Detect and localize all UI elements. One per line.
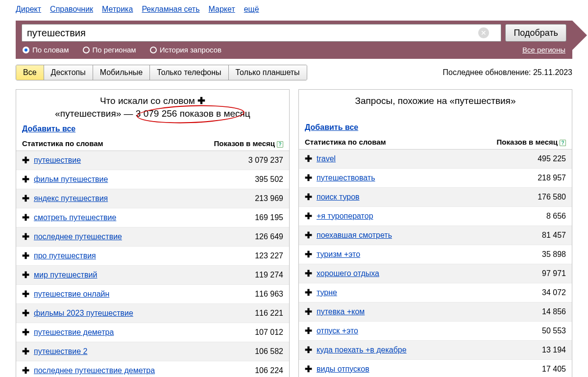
table-row: ✚последнее путешествие126 649: [16, 227, 289, 247]
clear-icon[interactable]: ✕: [478, 27, 489, 38]
add-icon[interactable]: ✚: [22, 231, 34, 242]
keyword-link[interactable]: travel: [317, 154, 336, 163]
topnav-link[interactable]: Директ: [16, 5, 41, 13]
table-row: ✚смотреть путешествие169 195: [16, 208, 289, 227]
impressions-value: 97 971: [542, 269, 566, 278]
table-row: ✚турне34 072: [299, 283, 572, 302]
keyword-link[interactable]: +я туроператор: [317, 212, 373, 221]
impressions-value: 395 502: [255, 175, 283, 184]
keyword-link[interactable]: путешествие деметра: [34, 328, 114, 337]
add-icon[interactable]: ✚: [305, 173, 317, 183]
right-panel: Запросы, похожие на «путешествия» Добави…: [298, 89, 572, 377]
regions-link[interactable]: Все регионы: [522, 46, 565, 54]
keyword-link[interactable]: яндекс путешествия: [34, 194, 108, 203]
device-tab[interactable]: Мобильные: [93, 65, 150, 80]
table-row: ✚туризм +это35 898: [299, 245, 572, 264]
add-icon[interactable]: ✚: [22, 365, 34, 376]
search-type-radio[interactable]: По словам: [23, 46, 69, 54]
impressions-value: 106 582: [255, 347, 283, 356]
add-icon[interactable]: ✚: [22, 251, 34, 261]
keyword-link[interactable]: путевка +ком: [317, 307, 365, 316]
impressions-value: 495 225: [538, 154, 566, 163]
device-tab[interactable]: Десктопы: [44, 65, 93, 80]
topnav-link[interactable]: Маркет: [209, 5, 235, 13]
impressions-value: 14 856: [542, 307, 566, 316]
device-tab[interactable]: Все: [16, 65, 44, 80]
add-icon[interactable]: ✚: [305, 153, 317, 164]
keyword-link[interactable]: мир путешествий: [34, 271, 97, 279]
keyword-link[interactable]: отпуск +это: [317, 327, 358, 335]
table-row: ✚отпуск +это50 553: [299, 322, 572, 341]
radio-label: По регионам: [93, 46, 136, 54]
keyword-link[interactable]: путешествие онлайн: [34, 290, 109, 299]
topnav-link[interactable]: Рекламная сеть: [142, 5, 199, 13]
device-tab[interactable]: Только планшеты: [229, 65, 307, 80]
topnav-link[interactable]: Справочник: [50, 5, 93, 13]
table-row: ✚travel495 225: [299, 150, 572, 169]
keyword-link[interactable]: хорошего отдыха: [317, 269, 379, 278]
keyword-link[interactable]: последнее путешествие: [34, 232, 122, 241]
impressions-value: 50 553: [542, 327, 566, 335]
topnav-link[interactable]: ещё: [244, 5, 259, 13]
add-icon[interactable]: ✚: [22, 289, 34, 300]
add-icon[interactable]: ✚: [22, 155, 34, 166]
keyword-link[interactable]: туризм +это: [317, 250, 360, 259]
table-row: ✚путешествие деметра107 012: [16, 323, 289, 342]
add-icon[interactable]: ✚: [22, 308, 34, 319]
keyword-link[interactable]: путешествовать: [317, 174, 375, 182]
add-icon[interactable]: ✚: [305, 211, 317, 222]
keyword-link[interactable]: виды отпусков: [317, 365, 369, 374]
keyword-link[interactable]: путешествие 2: [34, 347, 87, 356]
table-row: ✚путешествие3 079 237: [16, 151, 289, 170]
add-icon[interactable]: ✚: [305, 326, 317, 336]
add-icon[interactable]: ✚: [22, 346, 34, 357]
keyword-link[interactable]: фильм путешествие: [34, 175, 108, 184]
keyword-link[interactable]: куда поехать +в декабре: [317, 346, 407, 354]
add-icon[interactable]: ✚: [22, 212, 34, 223]
table-row: ✚поехавшая смотреть81 457: [299, 226, 572, 245]
keyword-link[interactable]: фильмы 2023 путешествие: [34, 309, 133, 318]
search-input[interactable]: [22, 24, 501, 42]
device-tab[interactable]: Только телефоны: [150, 65, 228, 80]
impressions-value: 116 221: [255, 309, 283, 318]
keyword-link[interactable]: смотреть путешествие: [34, 213, 116, 222]
impressions-value: 17 405: [542, 365, 566, 374]
add-icon[interactable]: ✚: [305, 345, 317, 355]
table-row: ✚путешествовать218 957: [299, 169, 572, 188]
add-icon[interactable]: ✚: [22, 174, 34, 185]
add-all-link[interactable]: Добавить все: [22, 125, 75, 133]
add-icon[interactable]: ✚: [22, 270, 34, 280]
keyword-link[interactable]: турне: [317, 288, 337, 297]
add-all-link[interactable]: Добавить все: [305, 123, 358, 131]
add-icon[interactable]: ✚: [305, 287, 317, 298]
impressions-value: 8 656: [546, 212, 566, 221]
table-row: ✚путешествие 2106 582: [16, 342, 289, 361]
add-icon[interactable]: ✚: [305, 268, 317, 279]
radio-icon: [83, 47, 90, 53]
table-row: ✚яндекс путешествия213 969: [16, 189, 289, 208]
search-type-radio[interactable]: История запросов: [150, 46, 221, 54]
keyword-link[interactable]: последнее путешествие деметра: [34, 366, 155, 375]
add-icon[interactable]: ✚: [305, 306, 317, 317]
help-icon[interactable]: ?: [277, 141, 283, 148]
help-icon[interactable]: ?: [560, 140, 566, 146]
add-icon[interactable]: ✚: [22, 193, 34, 204]
table-row: ✚виды отпусков17 405: [299, 360, 572, 377]
table-row: ✚фильмы 2023 путешествие116 221: [16, 304, 289, 323]
keyword-link[interactable]: поиск туров: [317, 193, 360, 201]
add-icon[interactable]: ✚: [22, 327, 34, 338]
add-icon[interactable]: ✚: [305, 192, 317, 202]
add-icon[interactable]: ✚: [305, 249, 317, 260]
topnav-link[interactable]: Метрика: [102, 5, 133, 13]
impressions-value: 3 079 237: [248, 156, 283, 165]
keyword-link[interactable]: путешествие: [34, 156, 81, 165]
add-icon[interactable]: ✚: [305, 230, 317, 241]
last-updated: Последнее обновление: 25.11.2023: [443, 68, 573, 77]
keyword-link[interactable]: поехавшая смотреть: [317, 231, 392, 240]
keyword-link[interactable]: про путешествия: [34, 251, 96, 260]
impressions-value: 126 649: [255, 232, 283, 241]
add-icon[interactable]: ✚: [305, 364, 317, 375]
search-type-radio[interactable]: По регионам: [83, 46, 136, 54]
search-button[interactable]: Подобрать: [505, 24, 566, 42]
impressions-value: 13 194: [542, 346, 566, 354]
